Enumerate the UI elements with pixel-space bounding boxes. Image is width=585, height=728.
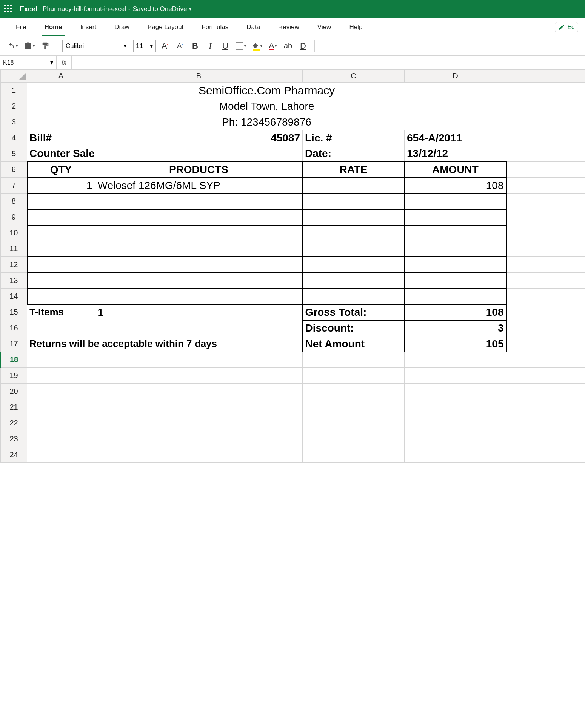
cell-C18[interactable] bbox=[303, 352, 405, 368]
cell-A10[interactable] bbox=[27, 225, 95, 241]
cell-D11[interactable] bbox=[405, 241, 506, 257]
tab-review[interactable]: Review bbox=[269, 18, 308, 36]
cell-A3[interactable]: Ph: 123456789876 bbox=[27, 114, 506, 130]
spreadsheet-grid[interactable]: A B C D 1 SemiOffice.Com Pharmacy 2 Mode… bbox=[0, 69, 585, 463]
double-underline-button[interactable]: D bbox=[297, 39, 309, 53]
borders-button[interactable]: ▾ bbox=[234, 39, 248, 53]
row-header-2[interactable]: 2 bbox=[1, 98, 27, 114]
row-header-24[interactable]: 24 bbox=[1, 447, 27, 463]
font-color-button[interactable]: A ▾ bbox=[267, 39, 279, 53]
cell-A6[interactable]: QTY bbox=[27, 162, 95, 178]
cell-A18[interactable] bbox=[27, 352, 95, 368]
cell-D7[interactable]: 108 bbox=[405, 178, 506, 194]
tab-formulas[interactable]: Formulas bbox=[192, 18, 237, 36]
cell-D6[interactable]: AMOUNT bbox=[405, 162, 506, 178]
row-header-15[interactable]: 15 bbox=[1, 304, 27, 320]
cell-A1[interactable]: SemiOffice.Com Pharmacy bbox=[27, 83, 506, 98]
cell-B16[interactable] bbox=[95, 320, 303, 336]
select-all-corner[interactable] bbox=[1, 70, 27, 83]
cell-B4[interactable]: 45087 bbox=[95, 130, 303, 146]
cell-A5[interactable]: Counter Sale bbox=[27, 146, 303, 162]
cell-C9[interactable] bbox=[303, 209, 405, 225]
cell-B14[interactable] bbox=[95, 289, 303, 304]
tab-data[interactable]: Data bbox=[237, 18, 269, 36]
cell-B13[interactable] bbox=[95, 273, 303, 289]
cell-D12[interactable] bbox=[405, 257, 506, 273]
row-header-1[interactable]: 1 bbox=[1, 83, 27, 98]
cell-C12[interactable] bbox=[303, 257, 405, 273]
cell-A9[interactable] bbox=[27, 209, 95, 225]
cell-D4[interactable]: 654-A/2011 bbox=[405, 130, 506, 146]
cell-D16[interactable]: 3 bbox=[405, 320, 506, 336]
cell-D18[interactable] bbox=[405, 352, 506, 368]
cell-C15[interactable]: Gross Total: bbox=[303, 304, 405, 320]
row-header-17[interactable]: 17 bbox=[1, 336, 27, 352]
chevron-down-icon[interactable]: ▾ bbox=[189, 6, 191, 12]
cell-B7[interactable]: Welosef 126MG/6ML SYP bbox=[95, 178, 303, 194]
cell-D10[interactable] bbox=[405, 225, 506, 241]
row-header-20[interactable]: 20 bbox=[1, 384, 27, 399]
cell-C10[interactable] bbox=[303, 225, 405, 241]
name-box[interactable]: K18 ▾ bbox=[0, 56, 57, 69]
cell-D5[interactable]: 13/12/12 bbox=[405, 146, 506, 162]
col-header-A[interactable]: A bbox=[27, 70, 95, 83]
grow-font-button[interactable]: Aˆ bbox=[159, 39, 171, 53]
app-launcher-icon[interactable] bbox=[4, 5, 13, 14]
cell-C16[interactable]: Discount: bbox=[303, 320, 405, 336]
cell-D17[interactable]: 105 bbox=[405, 336, 506, 352]
row-header-14[interactable]: 14 bbox=[1, 289, 27, 304]
row-header-5[interactable]: 5 bbox=[1, 146, 27, 162]
row-header-6[interactable]: 6 bbox=[1, 162, 27, 178]
row-header-21[interactable]: 21 bbox=[1, 399, 27, 415]
save-status[interactable]: Saved to OneDrive bbox=[133, 5, 187, 13]
row-header-9[interactable]: 9 bbox=[1, 209, 27, 225]
cell-A4[interactable]: Bill# bbox=[27, 130, 95, 146]
tab-view[interactable]: View bbox=[308, 18, 340, 36]
row-header-22[interactable]: 22 bbox=[1, 415, 27, 431]
cell-B11[interactable] bbox=[95, 241, 303, 257]
cell-A13[interactable] bbox=[27, 273, 95, 289]
document-name[interactable]: Pharmacy-bill-format-in-excel bbox=[43, 5, 126, 13]
row-header-18[interactable]: 18 bbox=[1, 352, 27, 368]
cell-D14[interactable] bbox=[405, 289, 506, 304]
row-header-12[interactable]: 12 bbox=[1, 257, 27, 273]
row-header-11[interactable]: 11 bbox=[1, 241, 27, 257]
cell-A17[interactable]: Returns will be acceptable within 7 days bbox=[27, 336, 303, 352]
cell-A12[interactable] bbox=[27, 257, 95, 273]
fx-icon[interactable]: fx bbox=[57, 56, 72, 69]
row-header-13[interactable]: 13 bbox=[1, 273, 27, 289]
format-painter-button[interactable] bbox=[39, 39, 51, 53]
row-header-19[interactable]: 19 bbox=[1, 368, 27, 384]
shrink-font-button[interactable]: Aˇ bbox=[174, 39, 186, 53]
cell-C17[interactable]: Net Amount bbox=[303, 336, 405, 352]
row-header-8[interactable]: 8 bbox=[1, 194, 27, 209]
underline-button[interactable]: U bbox=[219, 39, 231, 53]
cell-C13[interactable] bbox=[303, 273, 405, 289]
cell-D9[interactable] bbox=[405, 209, 506, 225]
cell-B8[interactable] bbox=[95, 194, 303, 209]
row-header-7[interactable]: 7 bbox=[1, 178, 27, 194]
cell-D15[interactable]: 108 bbox=[405, 304, 506, 320]
undo-button[interactable]: ▾ bbox=[5, 39, 19, 53]
cell-C11[interactable] bbox=[303, 241, 405, 257]
font-size-select[interactable]: 11 ▾ bbox=[133, 40, 156, 52]
cell-D8[interactable] bbox=[405, 194, 506, 209]
tab-help[interactable]: Help bbox=[340, 18, 371, 36]
strikethrough-button[interactable]: ab bbox=[282, 39, 294, 53]
col-header-C[interactable]: C bbox=[303, 70, 405, 83]
editing-mode-button[interactable]: Ed bbox=[555, 22, 578, 32]
tab-insert[interactable]: Insert bbox=[71, 18, 106, 36]
cell-A15[interactable]: T-Items bbox=[27, 304, 95, 320]
col-header-extra[interactable] bbox=[506, 70, 585, 83]
row-header-16[interactable]: 16 bbox=[1, 320, 27, 336]
cell-B18[interactable] bbox=[95, 352, 303, 368]
cell-B15[interactable]: 1 bbox=[95, 304, 303, 320]
cell-A11[interactable] bbox=[27, 241, 95, 257]
cell-C14[interactable] bbox=[303, 289, 405, 304]
font-name-select[interactable]: Calibri ▾ bbox=[62, 40, 130, 52]
tab-home[interactable]: Home bbox=[35, 18, 71, 36]
tab-page-layout[interactable]: Page Layout bbox=[139, 18, 192, 36]
cell-C7[interactable] bbox=[303, 178, 405, 194]
cell-A14[interactable] bbox=[27, 289, 95, 304]
paste-button[interactable]: ▾ bbox=[22, 39, 36, 53]
